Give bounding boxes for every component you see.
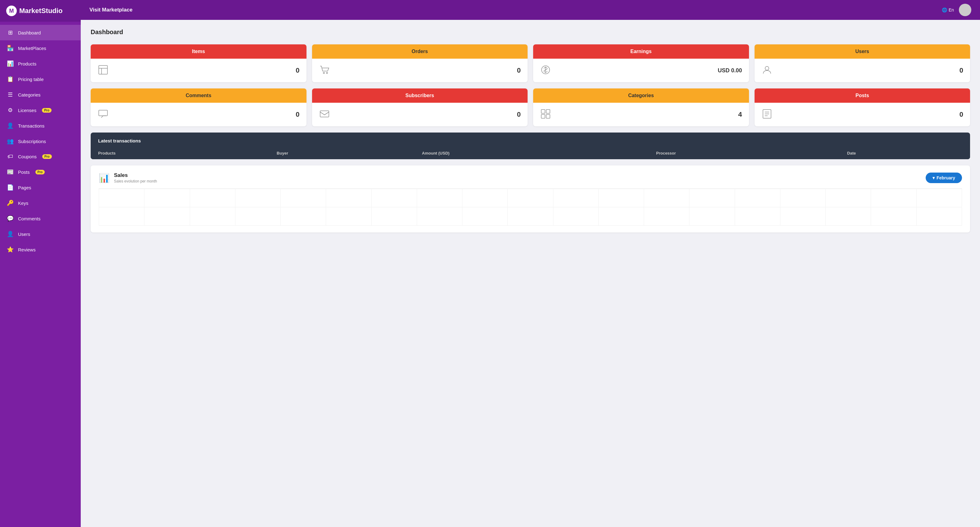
chart-v-line: [598, 189, 599, 225]
subscribers-icon: [319, 108, 330, 121]
chart-v-line: [871, 189, 871, 225]
svg-rect-11: [541, 114, 545, 118]
stat-header-posts: Posts: [754, 89, 970, 103]
chart-v-line: [417, 189, 417, 225]
user-avatar[interactable]: [959, 4, 971, 16]
categories-icon: [540, 108, 551, 121]
pro-badge: Pro: [42, 154, 52, 159]
pricing-table-nav-icon: 📋: [7, 76, 14, 83]
sidebar-item-posts[interactable]: 📰 Posts Pro: [0, 164, 81, 180]
sidebar-item-marketplaces[interactable]: 🏪 MarketPlaces: [0, 40, 81, 56]
lang-label: En: [949, 8, 954, 13]
stat-card-comments: Comments 0: [91, 89, 307, 126]
sidebar-item-label: Categories: [18, 92, 41, 97]
transactions-section: Latest transactions ProductsBuyerAmount …: [91, 133, 970, 159]
sidebar-item-licenses[interactable]: ⚙ Licenses Pro: [0, 102, 81, 118]
stat-header-comments: Comments: [91, 89, 307, 103]
stat-header-orders: Orders: [312, 44, 528, 59]
sidebar-item-users[interactable]: 👤 Users: [0, 226, 81, 242]
sidebar-item-pages[interactable]: 📄 Pages: [0, 180, 81, 195]
sidebar-item-subscriptions[interactable]: 👥 Subscriptions: [0, 133, 81, 149]
sidebar-item-label: Transactions: [18, 123, 45, 129]
col-processor: Processor: [649, 147, 840, 159]
svg-point-3: [323, 72, 325, 73]
svg-point-6: [765, 67, 769, 70]
sales-chart-icon: 📊: [99, 173, 110, 183]
dollar-icon: [540, 64, 551, 77]
stat-body-subscribers: 0: [312, 103, 528, 126]
sidebar-item-dashboard[interactable]: ⊞ Dashboard: [0, 25, 81, 40]
stat-body-comments: 0: [91, 103, 307, 126]
stats-row-2: Comments 0 Subscribers 0 Categories 4 Po…: [91, 89, 970, 126]
stat-header-users: Users: [754, 44, 970, 59]
sidebar-item-comments[interactable]: 💬 Comments: [0, 211, 81, 226]
products-nav-icon: 📊: [7, 60, 14, 67]
pages-nav-icon: 📄: [7, 184, 14, 191]
sales-info: 📊 Sales Sales evolution per month: [99, 172, 157, 183]
chart-v-line: [780, 189, 780, 225]
sales-header: 📊 Sales Sales evolution per month ▾ Febr…: [99, 172, 962, 183]
month-label: February: [937, 175, 955, 180]
chart-v-line: [644, 189, 644, 225]
sidebar-item-label: Reviews: [18, 247, 36, 252]
app-name: MarketStudio: [19, 7, 62, 15]
stat-value-comments: 0: [296, 111, 299, 119]
col-buyer: Buyer: [269, 147, 415, 159]
chart-v-line: [689, 189, 689, 225]
stat-header-subscribers: Subscribers: [312, 89, 528, 103]
chart-v-line: [144, 189, 145, 225]
topbar-right: 🌐 En: [942, 4, 971, 16]
sales-text: Sales Sales evolution per month: [114, 172, 157, 183]
coupons-nav-icon: 🏷: [7, 153, 14, 160]
page-title: Dashboard: [91, 29, 970, 36]
dashboard-nav-icon: ⊞: [7, 29, 14, 36]
pro-badge: Pro: [35, 170, 45, 175]
svg-rect-12: [546, 114, 550, 118]
sidebar-item-label: Users: [18, 232, 30, 237]
chart-v-line: [371, 189, 372, 225]
chart-area: 1: [99, 188, 962, 225]
dropdown-icon: ▾: [932, 175, 935, 180]
sales-subtitle: Sales evolution per month: [114, 179, 157, 183]
sidebar-item-transactions[interactable]: 👤 Transactions: [0, 118, 81, 133]
stat-header-earnings: Earnings: [533, 44, 749, 59]
sidebar-item-label: Pages: [18, 185, 31, 190]
licenses-nav-icon: ⚙: [7, 107, 14, 114]
visit-marketplace-link[interactable]: Visit Marketplace: [89, 7, 133, 13]
stat-card-items: Items 0: [91, 44, 307, 82]
transactions-table: ProductsBuyerAmount (USD)ProcessorDate: [91, 147, 970, 159]
cart-icon: [319, 64, 330, 77]
stats-row-1: Items 0 Orders 0 Earnings USD 0.00 Users…: [91, 44, 970, 82]
sidebar-item-keys[interactable]: 🔑 Keys: [0, 195, 81, 211]
svg-rect-9: [541, 110, 545, 113]
chart-v-line: [508, 189, 508, 225]
stat-header-categories: Categories: [533, 89, 749, 103]
sidebar-item-products[interactable]: 📊 Products: [0, 56, 81, 71]
sidebar-item-pricing-table[interactable]: 📋 Pricing table: [0, 71, 81, 87]
app-logo[interactable]: M MarketStudio: [0, 0, 81, 22]
sidebar-item-reviews[interactable]: ⭐ Reviews: [0, 242, 81, 257]
sidebar-nav: ⊞ Dashboard 🏪 MarketPlaces 📊 Products 📋 …: [0, 22, 81, 260]
col-amount--usd-: Amount (USD): [415, 147, 649, 159]
main-area: Visit Marketplace 🌐 En Dashboard Items 0…: [81, 0, 980, 527]
stat-body-items: 0: [91, 59, 307, 82]
items-icon: [97, 64, 109, 77]
stat-header-items: Items: [91, 44, 307, 59]
chart-v-line: [190, 189, 190, 225]
sidebar-item-label: MarketPlaces: [18, 46, 46, 51]
sidebar: M MarketStudio ⊞ Dashboard 🏪 MarketPlace…: [0, 0, 81, 527]
pro-badge: Pro: [42, 108, 51, 113]
svg-rect-0: [99, 65, 107, 74]
keys-nav-icon: 🔑: [7, 200, 14, 206]
categories-nav-icon: ☰: [7, 91, 14, 98]
posts-nav-icon: 📰: [7, 168, 14, 175]
stat-card-users: Users 0: [754, 44, 970, 82]
month-selector-button[interactable]: ▾ February: [926, 173, 962, 183]
sidebar-item-label: Keys: [18, 200, 28, 206]
chart-v-line: [235, 189, 235, 225]
stat-value-earnings: USD 0.00: [718, 67, 742, 74]
transactions-title: Latest transactions: [91, 133, 970, 147]
sidebar-item-categories[interactable]: ☰ Categories: [0, 87, 81, 102]
language-selector[interactable]: 🌐 En: [942, 8, 954, 13]
sidebar-item-coupons[interactable]: 🏷 Coupons Pro: [0, 149, 81, 164]
